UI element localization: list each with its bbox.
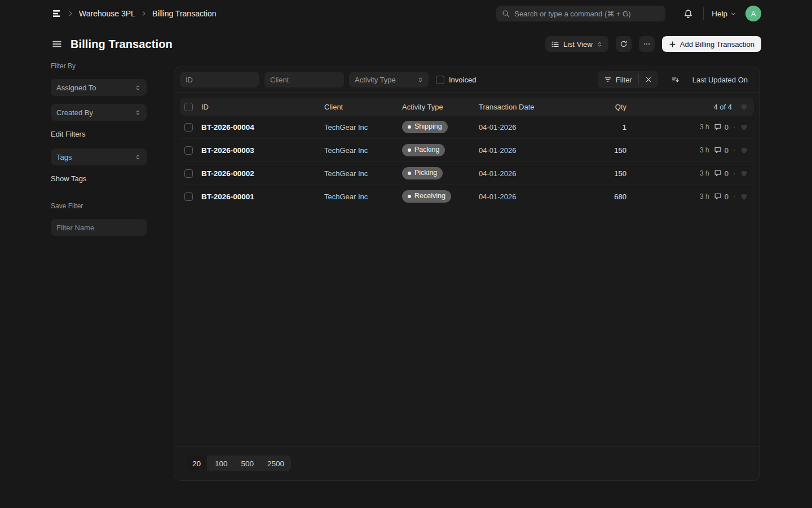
global-search-input[interactable]: Search or type a command (⌘ + G) bbox=[496, 6, 665, 21]
row-id-link[interactable]: BT-2026-00004 bbox=[201, 123, 254, 132]
view-selector-button[interactable]: List View bbox=[545, 36, 608, 52]
search-placeholder: Search or type a command (⌘ + G) bbox=[514, 10, 630, 18]
list-view-icon bbox=[551, 40, 559, 49]
activity-type-filter-select[interactable]: Activity Type bbox=[349, 72, 429, 87]
header-actions: List View Add Billing Transaction bbox=[545, 36, 761, 52]
heart-icon[interactable] bbox=[740, 169, 748, 178]
id-filter-input[interactable] bbox=[180, 72, 259, 87]
page-title: Billing Transaction bbox=[70, 38, 173, 51]
filter-button-label: Filter bbox=[616, 76, 632, 84]
navbar-right: Help A bbox=[681, 6, 761, 21]
help-label: Help bbox=[712, 10, 727, 18]
heart-icon[interactable] bbox=[740, 146, 748, 155]
row-qty: 680 bbox=[563, 192, 626, 201]
badge-dot bbox=[408, 125, 411, 129]
close-icon bbox=[645, 76, 652, 83]
activity-type-badge: Packing bbox=[402, 144, 445, 156]
row-modified-ago: 3 h bbox=[700, 146, 709, 154]
pagination-bar: 20 100 500 2500 bbox=[174, 446, 760, 480]
chevron-right-icon bbox=[140, 10, 147, 17]
chevron-up-down-icon bbox=[597, 41, 603, 47]
heart-icon[interactable] bbox=[740, 123, 748, 132]
column-header-client[interactable]: Client bbox=[324, 103, 402, 111]
created-by-select[interactable]: Created By bbox=[51, 104, 147, 121]
clear-filter-button[interactable] bbox=[639, 71, 658, 88]
activity-type-placeholder: Activity Type bbox=[355, 76, 396, 84]
table-row[interactable]: BT-2026-00002 TechGear Inc Picking 04-01… bbox=[180, 162, 754, 185]
row-checkbox[interactable] bbox=[184, 192, 193, 201]
filter-button[interactable]: Filter bbox=[598, 71, 638, 88]
notifications-bell-icon[interactable] bbox=[681, 7, 695, 21]
activity-type-badge: Shipping bbox=[402, 121, 448, 133]
table-row[interactable]: BT-2026-00004 TechGear Inc Shipping 04-0… bbox=[180, 116, 754, 139]
row-id-link[interactable]: BT-2026-00002 bbox=[201, 169, 254, 178]
row-comments[interactable]: 0 bbox=[714, 146, 729, 155]
column-header-transaction-date[interactable]: Transaction Date bbox=[479, 103, 563, 111]
breadcrumb-doctype[interactable]: Billing Transaction bbox=[152, 9, 217, 18]
heart-icon[interactable] bbox=[740, 192, 748, 201]
table-row[interactable]: BT-2026-00001 TechGear Inc Receiving 04-… bbox=[180, 185, 754, 208]
row-checkbox[interactable] bbox=[184, 123, 193, 132]
row-client: TechGear Inc bbox=[324, 123, 402, 132]
row-transaction-date: 04-01-2026 bbox=[479, 192, 563, 201]
transaction-list: ID Client Activity Type Transaction Date… bbox=[174, 93, 760, 446]
save-filter-label: Save Filter bbox=[51, 202, 147, 210]
filter-name-input[interactable] bbox=[51, 219, 147, 236]
assigned-to-select[interactable]: Assigned To bbox=[51, 79, 147, 96]
comment-icon bbox=[714, 123, 722, 131]
row-qty: 1 bbox=[563, 123, 626, 132]
row-comments[interactable]: 0 bbox=[714, 192, 729, 201]
comment-icon bbox=[714, 146, 722, 154]
badge-dot bbox=[408, 148, 411, 152]
sort-field-button[interactable]: Last Updated On bbox=[686, 71, 754, 88]
list-view-card: Activity Type Invoiced Filter bbox=[174, 67, 760, 481]
created-by-label: Created By bbox=[56, 108, 93, 117]
sort-direction-button[interactable] bbox=[665, 71, 686, 88]
row-qty: 150 bbox=[563, 169, 626, 178]
more-options-button[interactable] bbox=[639, 36, 655, 52]
app-logo-icon[interactable] bbox=[51, 8, 62, 19]
row-checkbox[interactable] bbox=[184, 146, 193, 155]
badge-dot bbox=[408, 195, 411, 198]
sort-field-label: Last Updated On bbox=[692, 76, 748, 84]
filter-sidebar: Filter By Assigned To Created By Edit Fi… bbox=[51, 62, 147, 236]
client-filter-input[interactable] bbox=[264, 72, 344, 87]
show-tags-link[interactable]: Show Tags bbox=[51, 174, 147, 183]
refresh-button[interactable] bbox=[616, 36, 632, 52]
search-icon bbox=[502, 10, 510, 17]
help-menu[interactable]: Help bbox=[712, 10, 736, 18]
invoiced-checkbox-field[interactable]: Invoiced bbox=[436, 76, 476, 84]
breadcrumb-workspace[interactable]: Warehouse 3PL bbox=[79, 9, 135, 18]
invoiced-label: Invoiced bbox=[449, 76, 476, 84]
row-comments[interactable]: 0 bbox=[714, 169, 729, 178]
page-length-2500[interactable]: 2500 bbox=[261, 456, 291, 471]
row-comments[interactable]: 0 bbox=[714, 123, 729, 132]
column-header-qty[interactable]: Qty bbox=[563, 103, 626, 111]
column-header-activity-type[interactable]: Activity Type bbox=[402, 103, 479, 111]
activity-type-badge: Picking bbox=[402, 167, 443, 179]
row-checkbox[interactable] bbox=[184, 169, 193, 178]
add-button-label: Add Billing Transaction bbox=[680, 40, 754, 49]
table-header-row: ID Client Activity Type Transaction Date… bbox=[180, 98, 754, 116]
add-billing-transaction-button[interactable]: Add Billing Transaction bbox=[662, 36, 761, 52]
page-length-500[interactable]: 500 bbox=[235, 456, 261, 471]
chevron-down-icon bbox=[730, 11, 736, 17]
sidebar-toggle-icon[interactable] bbox=[51, 38, 63, 50]
row-id-link[interactable]: BT-2026-00001 bbox=[201, 192, 254, 201]
page-length-100[interactable]: 100 bbox=[208, 456, 235, 471]
invoiced-checkbox[interactable] bbox=[436, 76, 444, 84]
select-all-checkbox[interactable] bbox=[184, 103, 193, 111]
row-modified-ago: 3 h bbox=[700, 192, 709, 200]
column-header-id[interactable]: ID bbox=[201, 103, 324, 111]
row-transaction-date: 04-01-2026 bbox=[479, 123, 563, 132]
row-id-link[interactable]: BT-2026-00003 bbox=[201, 146, 254, 155]
chevron-up-down-icon bbox=[135, 85, 141, 91]
row-modified-ago: 3 h bbox=[700, 169, 709, 177]
page-length-20[interactable]: 20 bbox=[186, 456, 208, 471]
user-avatar[interactable]: A bbox=[745, 6, 761, 21]
page-length-selector: 20 100 500 2500 bbox=[186, 456, 291, 471]
tags-select[interactable]: Tags bbox=[51, 148, 147, 165]
heart-icon[interactable] bbox=[740, 103, 748, 111]
edit-filters-link[interactable]: Edit Filters bbox=[51, 130, 147, 138]
table-row[interactable]: BT-2026-00003 TechGear Inc Packing 04-01… bbox=[180, 139, 754, 162]
